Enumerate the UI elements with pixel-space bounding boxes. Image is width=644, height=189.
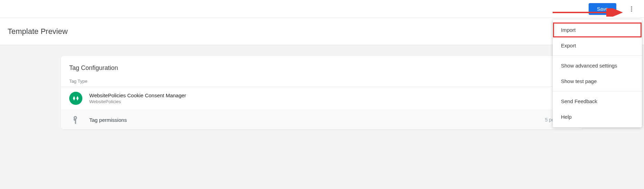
subheader: Template Preview [0,18,644,45]
tag-config-card: Tag Configuration Tag Type WebsitePolici… [61,56,583,129]
key-icon-wrap [69,116,82,124]
more-options-button[interactable] [625,2,638,16]
menu-separator [553,55,642,56]
tag-permissions-row[interactable]: Tag permissions 5 permissions [61,110,583,129]
tag-name: WebsitePolicies Cookie Consent Manager [89,92,186,98]
permissions-label: Tag permissions [89,117,545,123]
menu-item-export[interactable]: Export [553,38,642,53]
tag-type-row[interactable]: WebsitePolicies Cookie Consent Manager W… [61,87,583,110]
svg-point-0 [631,6,632,7]
menu-separator [553,91,642,91]
menu-item-import[interactable]: Import [553,22,642,38]
content-area: Tag Configuration Tag Type WebsitePolici… [0,45,644,189]
svg-point-1 [631,8,632,9]
tag-vendor-icon [69,92,82,105]
svg-point-2 [631,10,632,11]
tag-vendor: WebsitePolicies [89,99,186,104]
menu-item-help[interactable]: Help [553,109,642,125]
page-title: Template Preview [8,27,68,36]
menu-item-show-test-page[interactable]: Show test page [553,73,642,89]
more-options-menu: ImportExportShow advanced settingsShow t… [553,19,642,127]
tag-type-label: Tag Type [61,79,583,87]
tag-info: WebsitePolicies Cookie Consent Manager W… [89,92,186,104]
card-title: Tag Configuration [61,64,583,79]
menu-item-show-advanced-settings[interactable]: Show advanced settings [553,58,642,73]
key-icon [72,116,80,124]
menu-item-send-feedback[interactable]: Send Feedback [553,93,642,109]
save-button[interactable]: Save [589,3,616,15]
more-vert-icon [628,6,635,12]
header: Save [0,0,644,18]
